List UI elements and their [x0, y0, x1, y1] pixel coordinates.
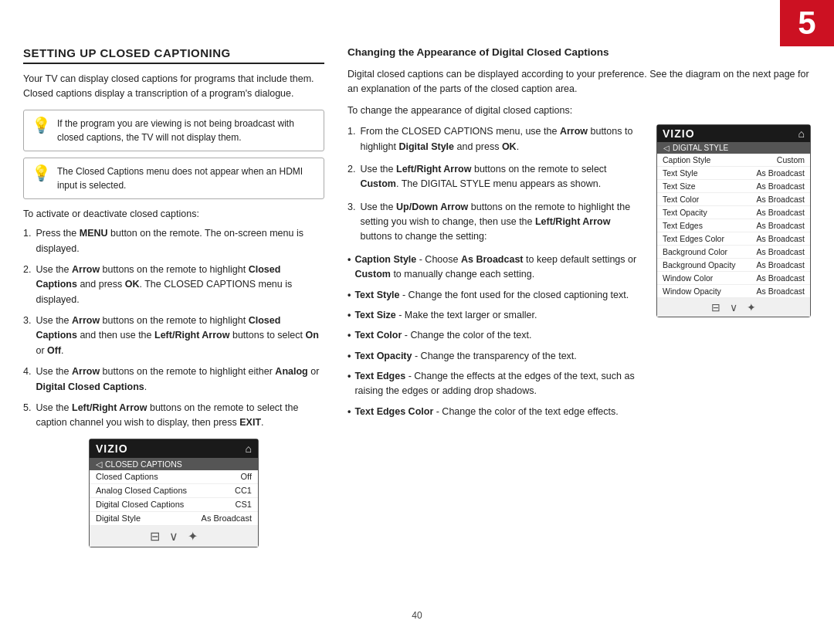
dstyle-row-2: Text Style As Broadcast: [657, 167, 810, 180]
right-step-1: From the CLOSED CAPTIONS menu, use the A…: [348, 124, 644, 154]
bullet-7: Text Edges Color - Change the color of t…: [348, 405, 644, 419]
dstyle-row-3: Text Size As Broadcast: [657, 180, 810, 193]
tv-menu-left-footer: ⊟ ∨ ✦: [90, 526, 258, 547]
tv-menu-row-3: Digital Closed Captions CS1: [90, 498, 258, 512]
home-icon-left: ⌂: [246, 442, 252, 455]
page-content: SETTING UP CLOSED CAPTIONING Your TV can…: [23, 46, 811, 621]
row-label-2: Analog Closed Captions: [96, 486, 187, 495]
dstyle-row-1: Caption Style Custom: [657, 154, 810, 167]
row-label-3: Digital Closed Captions: [96, 500, 184, 509]
home-icon-right: ⌂: [798, 127, 805, 140]
right-steps-intro: To change the appearance of digital clos…: [348, 103, 811, 118]
tv-menu-left-header: VIZIO ⌂: [90, 439, 258, 458]
bullet-3: Text Size - Make the text larger or smal…: [348, 308, 644, 323]
bullet-1: Caption Style - Choose As Broadcast to k…: [348, 253, 644, 283]
left-steps-list: Press the MENU button on the remote. The…: [23, 226, 324, 431]
tv-menu-right-subheader: ◁ DIGITAL STYLE: [657, 142, 810, 154]
row-value-1: Off: [241, 472, 252, 481]
footer-page-number: 40: [412, 610, 422, 621]
tv-menu-row-2: Analog Closed Captions CC1: [90, 484, 258, 498]
tv-menu-left-subheader: ◁ CLOSED CAPTIONS: [90, 458, 258, 470]
subheader-label-left: CLOSED CAPTIONS: [105, 459, 182, 469]
bullet-2: Text Style - Change the font used for th…: [348, 288, 644, 303]
bulb-icon-1: 💡: [32, 117, 51, 133]
step-1: Press the MENU button on the remote. The…: [23, 226, 324, 256]
section-title-left: SETTING UP CLOSED CAPTIONING: [23, 46, 324, 64]
right-steps-list: From the CLOSED CAPTIONS menu, use the A…: [348, 124, 644, 245]
right-intro: Digital closed captions can be displayed…: [348, 67, 811, 97]
tip-text-1: If the program you are viewing is not be…: [57, 117, 316, 144]
section-title-right: Changing the Appearance of Digital Close…: [348, 46, 811, 61]
tv-menu-right-footer: ⊟ ∨ ✦: [657, 298, 810, 317]
dstyle-row-10: Window Color As Broadcast: [657, 272, 810, 285]
vizio-logo-right: VIZIO: [663, 127, 695, 140]
dstyle-row-6: Text Edges As Broadcast: [657, 219, 810, 232]
bullet-list: Caption Style - Choose As Broadcast to k…: [348, 253, 644, 419]
tv-menu-row-1: Closed Captions Off: [90, 470, 258, 484]
step-4: Use the Arrow buttons on the remote to h…: [23, 364, 324, 395]
left-column: SETTING UP CLOSED CAPTIONING Your TV can…: [23, 46, 324, 599]
footer-icon-r3: ✦: [747, 301, 756, 314]
vizio-logo-left: VIZIO: [96, 442, 128, 455]
row-value-3: CS1: [236, 500, 252, 509]
bullet-4: Text Color - Change the color of the tex…: [348, 328, 644, 343]
tip-box-1: 💡 If the program you are viewing is not …: [23, 110, 324, 151]
intro-text: Your TV can display closed captions for …: [23, 72, 324, 102]
two-column-layout: SETTING UP CLOSED CAPTIONING Your TV can…: [23, 46, 811, 599]
bulb-icon-2: 💡: [32, 165, 51, 181]
row-value-4: As Broadcast: [202, 514, 252, 523]
tip-text-2: The Closed Captions menu does not appear…: [57, 164, 316, 192]
back-arrow-left: ◁: [96, 459, 102, 469]
right-step-3: Use the Up/Down Arrow buttons on the rem…: [348, 200, 644, 245]
tv-menu-right: VIZIO ⌂ ◁ DIGITAL STYLE Caption Style Cu…: [656, 124, 811, 317]
tip-box-2: 💡 The Closed Captions menu does not appe…: [23, 158, 324, 199]
footer-icon-r2: ∨: [730, 301, 737, 314]
dstyle-row-8: Background Color As Broadcast: [657, 246, 810, 259]
left-menu-wrap: VIZIO ⌂ ◁ CLOSED CAPTIONS Closed Caption…: [23, 439, 324, 547]
tv-menu-left: VIZIO ⌂ ◁ CLOSED CAPTIONS Closed Caption…: [89, 439, 259, 547]
page-number: 5: [798, 5, 815, 42]
step-2: Use the Arrow buttons on the remote to h…: [23, 263, 324, 307]
dstyle-row-9: Background Opacity As Broadcast: [657, 259, 810, 272]
right-column: Changing the Appearance of Digital Close…: [348, 46, 811, 599]
back-arrow-right: ◁: [663, 144, 670, 152]
right-main-area: From the CLOSED CAPTIONS menu, use the A…: [348, 124, 811, 425]
dstyle-row-7: Text Edges Color As Broadcast: [657, 232, 810, 246]
step-5: Use the Left/Right Arrow buttons on the …: [23, 401, 324, 431]
footer-icon-1: ⊟: [150, 529, 160, 544]
row-label-1: Closed Captions: [96, 472, 158, 481]
bullet-5: Text Opacity - Change the transparency o…: [348, 349, 644, 364]
tv-menu-right-header: VIZIO ⌂: [657, 125, 810, 142]
footer-icon-2: ∨: [169, 529, 178, 544]
row-label-4: Digital Style: [96, 514, 141, 523]
page-number-tab: 5: [780, 0, 834, 46]
dstyle-row-4: Text Color As Broadcast: [657, 193, 810, 206]
page-footer: 40: [23, 604, 811, 621]
dstyle-row-11: Window Opacity As Broadcast: [657, 285, 810, 298]
step-3: Use the Arrow buttons on the remote to h…: [23, 314, 324, 358]
right-step-2: Use the Left/Right Arrow buttons on the …: [348, 162, 644, 192]
bullet-6: Text Edges - Change the effects at the e…: [348, 369, 644, 399]
row-value-2: CC1: [235, 486, 252, 495]
footer-icon-r1: ⊟: [711, 301, 720, 314]
footer-icon-3: ✦: [188, 529, 198, 544]
subheader-label-right: DIGITAL STYLE: [673, 144, 728, 152]
right-steps-area: From the CLOSED CAPTIONS menu, use the A…: [348, 124, 644, 425]
dstyle-row-5: Text Opacity As Broadcast: [657, 206, 810, 219]
activate-label: To activate or deactivate closed caption…: [23, 207, 324, 222]
tv-menu-row-4: Digital Style As Broadcast: [90, 512, 258, 526]
